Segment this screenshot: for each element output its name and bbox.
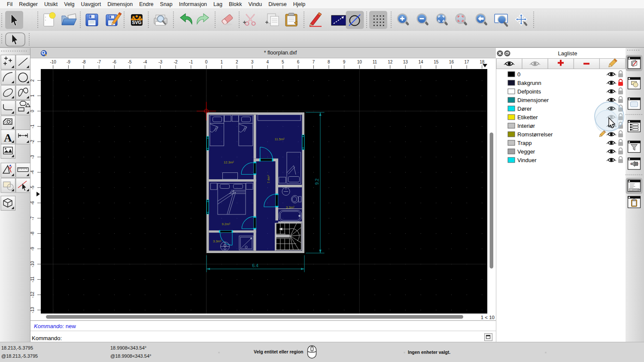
svg-text:Vinduer: Vinduer [517,157,537,163]
svg-text:A: A [4,132,12,144]
svg-text:Interiør: Interiør [517,123,535,129]
svg-text:1 < 10: 1 < 10 [481,315,495,320]
svg-text:Dimensjoner: Dimensjoner [517,97,549,103]
svg-text:SVG: SVG [132,20,141,25]
svg-text:0: 0 [517,71,520,78]
svg-text:Dører: Dører [517,106,532,112]
svg-text:Bakgrunn: Bakgrunn [517,80,541,86]
svg-text:Vegger: Vegger [517,148,535,155]
svg-text:Lagliste: Lagliste [558,50,577,57]
svg-text:Romstørrelser: Romstørrelser [517,131,553,138]
svg-text:Trapp: Trapp [517,140,532,146]
svg-text:Etiketter: Etiketter [517,114,538,121]
svg-text:Defpoints: Defpoints [517,88,541,95]
svg-text:c command: c command [630,189,641,191]
